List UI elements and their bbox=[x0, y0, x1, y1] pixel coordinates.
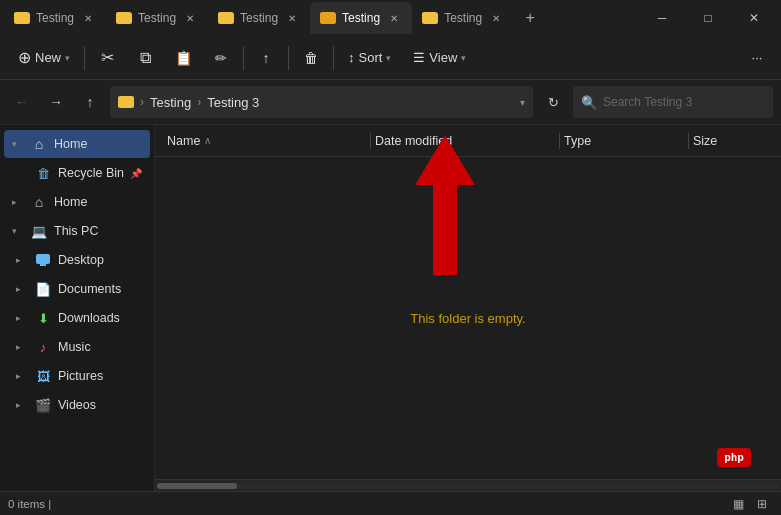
sort-button[interactable]: ↕ Sort ▾ bbox=[338, 39, 401, 77]
close-button[interactable]: ✕ bbox=[731, 2, 777, 34]
paste-button[interactable]: 📋 bbox=[165, 40, 201, 76]
path-testing3: Testing 3 bbox=[207, 95, 259, 110]
rename-button[interactable]: ✏ bbox=[203, 40, 239, 76]
downloads-chevron: ▸ bbox=[16, 313, 28, 323]
tab-5[interactable]: Testing ✕ bbox=[412, 2, 514, 34]
copy-icon: ⧉ bbox=[140, 49, 151, 67]
home-chevron: ▾ bbox=[12, 139, 24, 149]
sidebar-item-recycle-bin[interactable]: 🗑 Recycle Bin 📌 bbox=[8, 159, 150, 187]
home2-chevron: ▸ bbox=[12, 197, 24, 207]
more-icon: ··· bbox=[752, 50, 763, 65]
details-view-button[interactable]: ▦ bbox=[727, 495, 749, 513]
col-date-label: Date modified bbox=[375, 134, 452, 148]
tab-close-4[interactable]: ✕ bbox=[386, 10, 402, 26]
cut-button[interactable]: ✂ bbox=[89, 40, 125, 76]
sidebar-item-home2[interactable]: ▸ ⌂ Home bbox=[4, 188, 150, 216]
paste-icon: 📋 bbox=[175, 50, 192, 66]
this-pc-chevron: ▾ bbox=[12, 226, 24, 236]
toolbar-separator-4 bbox=[333, 46, 334, 70]
tab-2[interactable]: Testing ✕ bbox=[106, 2, 208, 34]
details-view-icon: ▦ bbox=[733, 497, 744, 511]
copy-button[interactable]: ⧉ bbox=[127, 40, 163, 76]
refresh-button[interactable]: ↻ bbox=[539, 88, 567, 116]
sidebar-item-videos[interactable]: ▸ 🎬 Videos bbox=[8, 391, 150, 419]
empty-text: This folder is empty. bbox=[410, 311, 525, 326]
path-sep-1: › bbox=[140, 95, 144, 109]
minimize-button[interactable]: ─ bbox=[639, 2, 685, 34]
sidebar-item-this-pc[interactable]: ▾ 💻 This PC bbox=[4, 217, 150, 245]
sidebar: ▾ ⌂ Home 🗑 Recycle Bin 📌 ▸ ⌂ Home ▾ 💻 bbox=[0, 125, 155, 491]
column-size[interactable]: Size bbox=[693, 134, 773, 148]
path-folder-icon bbox=[118, 96, 134, 108]
toolbar: ⊕ New ▾ ✂ ⧉ 📋 ✏ ↑ 🗑 ↕ Sort ▾ bbox=[0, 36, 781, 80]
toolbar-separator-3 bbox=[288, 46, 289, 70]
tiles-view-button[interactable]: ⊞ bbox=[751, 495, 773, 513]
sidebar-item-pictures[interactable]: ▸ 🖼 Pictures bbox=[8, 362, 150, 390]
back-button[interactable]: ← bbox=[8, 88, 36, 116]
share-button[interactable]: ↑ bbox=[248, 40, 284, 76]
search-icon: 🔍 bbox=[581, 95, 597, 110]
tab-1[interactable]: Testing ✕ bbox=[4, 2, 106, 34]
rename-icon: ✏ bbox=[215, 50, 227, 66]
tab-4[interactable]: Testing ✕ bbox=[310, 2, 412, 34]
column-header: Name ∧ Date modified Type Size bbox=[155, 125, 781, 157]
horizontal-scrollbar[interactable] bbox=[155, 479, 781, 491]
address-bar: ← → ↑ › Testing › Testing 3 ▾ ↻ 🔍 bbox=[0, 80, 781, 125]
search-box[interactable]: 🔍 bbox=[573, 86, 773, 118]
sidebar-videos-label: Videos bbox=[58, 398, 96, 412]
desktop-icon bbox=[34, 251, 52, 269]
more-options-button[interactable]: ··· bbox=[741, 42, 773, 74]
delete-button[interactable]: 🗑 bbox=[293, 40, 329, 76]
svg-rect-0 bbox=[36, 254, 50, 264]
content-wrapper: Name ∧ Date modified Type Size bbox=[155, 125, 781, 491]
search-input[interactable] bbox=[603, 95, 765, 109]
sort-label: Sort bbox=[359, 50, 383, 65]
sidebar-item-downloads[interactable]: ▸ ⬇ Downloads bbox=[8, 304, 150, 332]
tab-close-2[interactable]: ✕ bbox=[182, 10, 198, 26]
sidebar-music-label: Music bbox=[58, 340, 91, 354]
sidebar-item-desktop[interactable]: ▸ Desktop bbox=[8, 246, 150, 274]
view-button[interactable]: ☰ View ▾ bbox=[403, 39, 476, 77]
recycle-bin-badge: 📌 bbox=[130, 168, 142, 179]
column-name[interactable]: Name ∧ bbox=[163, 134, 366, 148]
downloads-icon: ⬇ bbox=[34, 309, 52, 327]
column-date[interactable]: Date modified bbox=[375, 134, 555, 148]
path-testing: Testing bbox=[150, 95, 191, 110]
sidebar-item-documents[interactable]: ▸ 📄 Documents bbox=[8, 275, 150, 303]
sidebar-documents-label: Documents bbox=[58, 282, 121, 296]
docs-chevron: ▸ bbox=[16, 284, 28, 294]
view-icon: ☰ bbox=[413, 50, 425, 65]
scrollbar-thumb[interactable] bbox=[157, 483, 237, 489]
sidebar-this-pc-label: This PC bbox=[54, 224, 98, 238]
maximize-button[interactable]: □ bbox=[685, 2, 731, 34]
up-icon: ↑ bbox=[87, 94, 94, 110]
tab-folder-icon-2 bbox=[116, 12, 132, 24]
cursor-indicator: | bbox=[48, 498, 51, 510]
tab-close-3[interactable]: ✕ bbox=[284, 10, 300, 26]
sidebar-recycle-label: Recycle Bin bbox=[58, 166, 124, 180]
cut-icon: ✂ bbox=[101, 48, 114, 67]
tab-close-5[interactable]: ✕ bbox=[488, 10, 504, 26]
sidebar-home2-label: Home bbox=[54, 195, 87, 209]
sidebar-item-music[interactable]: ▸ ♪ Music bbox=[8, 333, 150, 361]
new-button[interactable]: ⊕ New ▾ bbox=[8, 39, 80, 77]
toolbar-separator-1 bbox=[84, 46, 85, 70]
column-type[interactable]: Type bbox=[564, 134, 684, 148]
tab-3[interactable]: Testing ✕ bbox=[208, 2, 310, 34]
share-icon: ↑ bbox=[263, 50, 270, 66]
main-area: ▾ ⌂ Home 🗑 Recycle Bin 📌 ▸ ⌂ Home ▾ 💻 bbox=[0, 125, 781, 491]
music-chevron: ▸ bbox=[16, 342, 28, 352]
address-path[interactable]: › Testing › Testing 3 ▾ bbox=[110, 86, 533, 118]
music-icon: ♪ bbox=[34, 338, 52, 356]
col-size-label: Size bbox=[693, 134, 717, 148]
tab-label-5: Testing bbox=[444, 11, 482, 25]
scrollbar-track[interactable] bbox=[157, 483, 779, 489]
up-button[interactable]: ↑ bbox=[76, 88, 104, 116]
tab-close-1[interactable]: ✕ bbox=[80, 10, 96, 26]
new-tab-button[interactable]: + bbox=[514, 2, 546, 34]
view-chevron: ▾ bbox=[461, 53, 466, 63]
home-icon: ⌂ bbox=[30, 135, 48, 153]
forward-button[interactable]: → bbox=[42, 88, 70, 116]
sidebar-item-home[interactable]: ▾ ⌂ Home bbox=[4, 130, 150, 158]
home2-icon: ⌂ bbox=[30, 193, 48, 211]
